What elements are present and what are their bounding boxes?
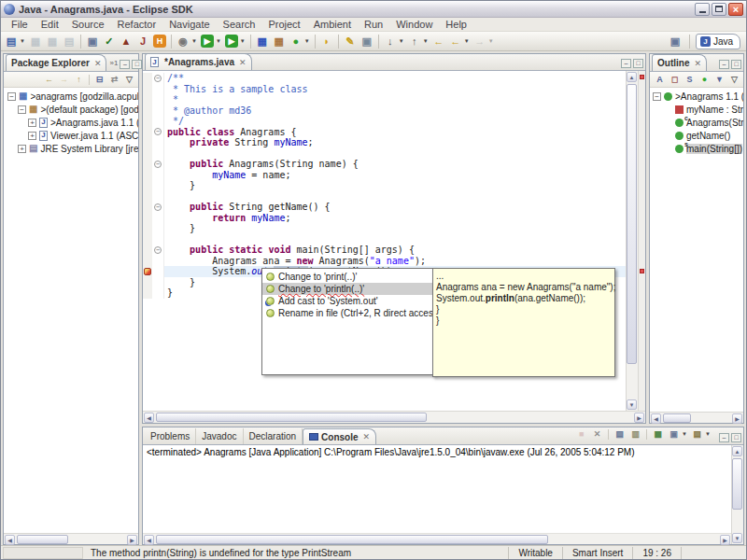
tree-expander-icon[interactable]: − <box>7 92 16 101</box>
open-external-tools-button[interactable]: ▣ <box>84 33 101 49</box>
pin-console-button[interactable]: ▦ <box>651 426 665 442</box>
view-stack-chevron[interactable]: »1 <box>109 59 118 67</box>
vertical-ruler[interactable] <box>143 234 152 245</box>
code-line[interactable] <box>143 234 626 245</box>
console-tab-console[interactable]: Console✕ <box>303 428 376 444</box>
maximize-button[interactable] <box>712 3 726 16</box>
outline-hscrollbar[interactable]: ◀ ▶ <box>650 412 743 423</box>
tree-item[interactable]: −▦>(default package) [godzilla.a <box>4 103 138 116</box>
console-tab-javadoc[interactable]: Javadoc <box>196 428 243 444</box>
display-selected-console-dropdown-icon[interactable]: ▼ <box>682 431 687 437</box>
link-with-editor-button[interactable]: ⇄ <box>107 71 121 88</box>
forward-button[interactable]: →▼ <box>472 33 496 49</box>
vertical-ruler[interactable] <box>143 202 152 213</box>
code-line[interactable] <box>143 191 626 203</box>
folding-margin[interactable] <box>152 256 164 267</box>
code-line[interactable]: − public static void main(String[] args)… <box>143 245 626 256</box>
code-line[interactable]: −public class Anagrams { <box>143 127 626 138</box>
console-tab-problems[interactable]: Problems <box>145 428 196 444</box>
vertical-ruler[interactable] <box>143 223 152 234</box>
new-wizard-dropdown-icon[interactable]: ▼ <box>20 38 25 44</box>
code-line[interactable]: } <box>143 223 626 234</box>
code-line[interactable]: * @author md36 <box>143 105 626 117</box>
fold-collapse-icon[interactable]: − <box>154 203 162 211</box>
menu-project[interactable]: Project <box>261 18 306 32</box>
outline-item[interactable]: myName : String <box>650 103 743 116</box>
outline-tab[interactable]: Outline ✕ <box>652 54 707 71</box>
editor-hscrollbar[interactable]: ◀ ▶ <box>143 411 645 423</box>
overview-error-marker[interactable] <box>640 75 644 79</box>
hide-fields-button[interactable]: ◻ <box>668 71 682 88</box>
folding-margin[interactable] <box>152 180 164 191</box>
menu-search[interactable]: Search <box>217 18 262 32</box>
vertical-ruler[interactable] <box>143 84 152 95</box>
menu-navigate[interactable]: Navigate <box>162 18 216 32</box>
tree-expander-icon[interactable]: + <box>18 145 26 153</box>
folding-margin[interactable] <box>152 84 164 95</box>
code-line[interactable]: return myName; <box>143 213 626 224</box>
tree-expander-icon[interactable]: + <box>28 132 36 140</box>
vertical-ruler[interactable] <box>143 127 152 138</box>
tree-item[interactable]: +▤JRE System Library [jre1.5.0_ <box>4 142 138 155</box>
back-button[interactable]: ← <box>42 71 56 88</box>
folding-margin[interactable] <box>152 266 164 277</box>
console-tab-declaration[interactable]: Declaration <box>244 428 303 444</box>
quickfix-item[interactable]: Change to 'println(..)' <box>262 283 434 295</box>
hide-non-public-members-button[interactable]: ● <box>698 71 712 88</box>
folding-margin[interactable] <box>152 94 164 105</box>
perspective-java-button[interactable]: J Java <box>696 34 740 49</box>
previous-annotation-button[interactable]: ↑▼ <box>406 33 430 49</box>
remove-all-terminated-launches-button[interactable]: ✕ <box>590 426 604 442</box>
folding-margin[interactable] <box>152 105 164 117</box>
ant-build-button[interactable]: ▲ <box>118 33 134 49</box>
title-bar[interactable]: Java - Anagrams.java - Eclipse SDK × <box>1 1 746 18</box>
menu-refactor[interactable]: Refactor <box>111 18 163 32</box>
close-view-icon[interactable]: ✕ <box>694 59 701 68</box>
vertical-ruler[interactable] <box>143 180 152 191</box>
outline-item[interactable]: −>Anagrams 1.1 (ASC <box>650 90 743 103</box>
menu-file[interactable]: File <box>5 18 35 32</box>
error-quickfix-marker-icon[interactable] <box>144 268 151 275</box>
maximize-view-button[interactable]: □ <box>731 433 741 442</box>
previous-annotation-dropdown-icon[interactable]: ▼ <box>423 38 429 44</box>
run-button[interactable]: ▶▼ <box>199 33 223 49</box>
outline-item[interactable]: smain(String[]) <box>650 142 743 155</box>
open-console-button[interactable]: ▤▼ <box>690 426 712 442</box>
display-selected-console-button[interactable]: ▣▼ <box>667 426 688 442</box>
vertical-ruler[interactable] <box>143 277 152 288</box>
run-dropdown-icon[interactable]: ▼ <box>216 38 221 44</box>
console-vscrollbar[interactable]: ▲ ▼ <box>731 445 743 544</box>
vertical-ruler[interactable] <box>143 116 152 127</box>
vertical-ruler[interactable] <box>143 105 152 117</box>
collapse-all-button[interactable]: ⊟ <box>92 71 106 88</box>
folding-margin[interactable] <box>152 191 164 203</box>
fold-collapse-icon[interactable]: − <box>154 161 162 168</box>
quickfix-item[interactable]: Change to 'print(..)' <box>262 271 434 283</box>
vertical-ruler[interactable] <box>143 73 152 84</box>
menu-help[interactable]: Help <box>439 18 473 32</box>
code-line[interactable]: * <box>143 94 626 105</box>
mark-occurrences-button[interactable]: ✎ <box>342 33 359 49</box>
vertical-ruler[interactable] <box>143 159 152 170</box>
search-button[interactable]: ◗ <box>318 33 335 49</box>
folding-margin[interactable] <box>152 277 164 288</box>
close-editor-icon[interactable]: ✕ <box>239 58 247 67</box>
code-line[interactable]: − public String getName() { <box>143 202 626 213</box>
run-external-dropdown-icon[interactable]: ▼ <box>240 38 246 44</box>
overview-ruler[interactable] <box>638 71 645 411</box>
view-menu-button[interactable]: ▽ <box>122 71 136 88</box>
folding-margin[interactable]: − <box>152 159 164 170</box>
folding-margin[interactable]: − <box>152 202 164 213</box>
tree-item[interactable]: +J>Anagrams.java 1.1 (ASC <box>4 116 138 129</box>
terminate-button[interactable]: ■ <box>574 426 588 442</box>
debug-dropdown-icon[interactable]: ▼ <box>191 38 197 44</box>
next-annotation-dropdown-icon[interactable]: ▼ <box>399 38 404 44</box>
forward-button[interactable]: → <box>57 71 71 88</box>
forward-dropdown-icon[interactable]: ▼ <box>488 38 494 44</box>
folding-margin[interactable]: − <box>152 245 164 256</box>
folding-margin[interactable] <box>152 213 164 224</box>
menu-run[interactable]: Run <box>358 18 389 32</box>
code-line[interactable]: − public Anagrams(String name) { <box>143 159 626 170</box>
folding-margin[interactable] <box>152 234 164 245</box>
fold-collapse-icon[interactable]: − <box>154 246 162 254</box>
